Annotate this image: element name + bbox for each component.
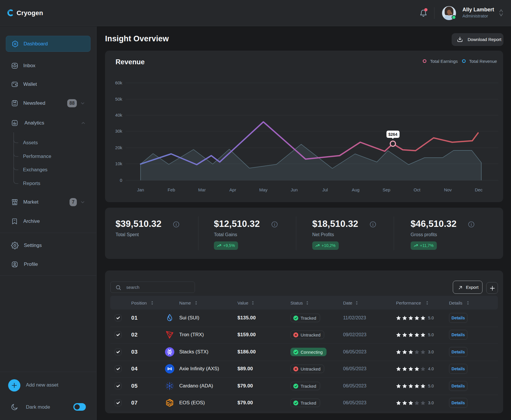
- svg-text:Aug: Aug: [352, 187, 360, 192]
- svg-text:50k: 50k: [115, 97, 123, 102]
- svg-text:Feb: Feb: [168, 187, 175, 192]
- svg-text:10k: 10k: [115, 161, 123, 166]
- svg-text:Jun: Jun: [291, 187, 298, 192]
- svg-text:Apr: Apr: [229, 187, 236, 192]
- svg-text:20k: 20k: [115, 145, 123, 150]
- svg-text:Oct: Oct: [414, 187, 420, 192]
- svg-text:60k: 60k: [115, 80, 123, 85]
- svg-text:Mar: Mar: [198, 187, 206, 192]
- svg-text:May: May: [259, 187, 268, 192]
- svg-text:Jul: Jul: [322, 187, 328, 192]
- svg-text:Nov: Nov: [444, 187, 452, 192]
- svg-text:Sep: Sep: [383, 187, 391, 192]
- svg-text:40k: 40k: [115, 113, 123, 118]
- svg-text:30k: 30k: [115, 129, 123, 134]
- svg-text:Jan: Jan: [137, 187, 144, 192]
- svg-text:0: 0: [120, 178, 122, 183]
- svg-text:Dec: Dec: [475, 187, 483, 192]
- svg-text:$264: $264: [388, 132, 397, 137]
